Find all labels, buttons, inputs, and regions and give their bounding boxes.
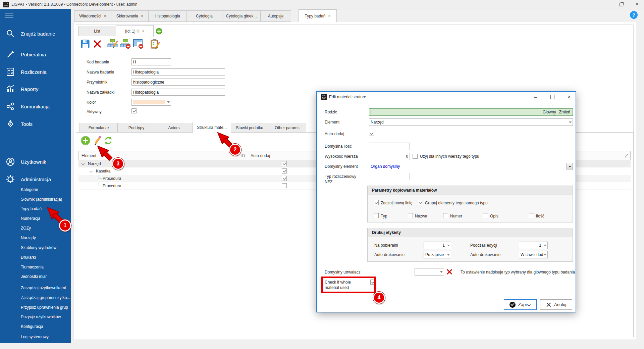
edit-structure-button[interactable] — [107, 39, 118, 49]
sidebar-item-jednostki[interactable]: Jednostki miar — [21, 272, 47, 281]
tab-cytologia-ginek[interactable]: Cytologia ginek... — [222, 10, 261, 22]
typ-rozliczeniowy-input[interactable] — [369, 173, 410, 180]
domyslny-element-dropdown[interactable]: Organ domyślny — [369, 163, 573, 170]
auto-dodaj-checkbox[interactable] — [282, 183, 287, 188]
sidebar-item-typy-badan[interactable]: Typy badań — [21, 204, 42, 213]
sidebar-item-komunikacja[interactable]: Komunikacja — [0, 101, 71, 112]
close-button[interactable]: × — [631, 0, 643, 9]
tab-formularze[interactable]: Formularze — [79, 123, 118, 133]
domyslny-utrwalacz-dropdown[interactable] — [415, 268, 444, 276]
subtab-list[interactable]: List — [78, 26, 116, 36]
sidebar-item-raporty[interactable]: Raporty — [0, 83, 71, 95]
przymiotnik-input[interactable]: histopatologiczne — [131, 79, 225, 86]
sidebar-item-administracja[interactable]: Administracja — [0, 173, 71, 185]
save-button[interactable]: Zapisz — [504, 299, 537, 310]
typ-checkbox[interactable] — [374, 213, 379, 218]
auto-drukowanie-dropdown-2[interactable]: W chwili dodawa — [519, 251, 548, 258]
kod-badania-input[interactable]: H — [131, 58, 171, 65]
column-divider[interactable] — [248, 151, 248, 160]
sidebar-item-kategorie[interactable]: Kategorie — [21, 185, 38, 194]
auto-drukowanie-dropdown-1[interactable]: Po zapisie — [424, 251, 451, 258]
uzyj-dla-innych-checkbox[interactable] — [413, 154, 418, 159]
tab-struktura-materialu[interactable]: Struktura mate... — [193, 122, 231, 133]
sidebar-item-pobieralnia[interactable]: Pobieralnia — [0, 49, 71, 60]
rodzic-field[interactable]: Głowny Zmień — [369, 108, 573, 116]
add-record-button[interactable] — [156, 28, 162, 35]
tab-cytologia[interactable]: Cytologia — [186, 10, 222, 22]
hamburger-menu-icon[interactable] — [5, 12, 13, 18]
sidebar-item-zarzadzaj-uzytkownikami[interactable]: Zarządzaj użytkownikami — [21, 283, 66, 293]
tab-wiadomosci[interactable]: Wiadomości × — [74, 10, 111, 22]
help-button[interactable]: ? — [630, 11, 638, 19]
save-button[interactable] — [80, 39, 90, 49]
maximize-button[interactable] — [615, 0, 627, 9]
tab-autopsje[interactable]: Autopsje — [260, 10, 291, 22]
clear-utrwalacz-button[interactable] — [446, 268, 453, 275]
sort-ascending-icon[interactable] — [241, 154, 245, 159]
column-header-auto-dodaj[interactable]: Auto-dodaj — [251, 153, 270, 158]
sidebar-item-konfiguracja[interactable]: Konfiguracja — [21, 322, 43, 331]
ilosc-checkbox[interactable] — [529, 213, 534, 218]
tab-close-icon[interactable]: × — [104, 14, 106, 18]
auto-dodaj-checkbox[interactable] — [282, 176, 287, 181]
sidebar-item-rozliczenia[interactable]: Rozliczenia — [0, 66, 71, 78]
expander-icon[interactable] — [90, 170, 93, 172]
nazwa-checkbox[interactable] — [408, 213, 413, 218]
auto-dodaj-checkbox[interactable] — [282, 161, 287, 166]
rodzic-zmien-link[interactable]: Zmień — [559, 110, 570, 114]
dropdown-button[interactable] — [567, 163, 573, 170]
tab-typy-badan[interactable]: Typy badań × — [299, 9, 337, 22]
aktywny-checkbox[interactable] — [131, 108, 137, 113]
auto-dodaj-checkbox[interactable] — [369, 131, 374, 136]
subtab-close-icon[interactable]: × — [142, 29, 145, 33]
edit-notes-button[interactable] — [150, 39, 160, 49]
edit-element-button[interactable] — [93, 136, 102, 146]
sidebar-item-tlumaczenia[interactable]: Tłumaczenia — [21, 262, 44, 272]
podczas-edycji-dropdown[interactable]: 1 — [519, 242, 548, 249]
cancel-button[interactable]: Anuluj — [540, 299, 572, 310]
dialog-minimize-button[interactable]: – — [530, 93, 541, 101]
na-pobieralni-dropdown[interactable]: 1 — [424, 242, 451, 249]
tab-stawki-podatku[interactable]: Stawki podatku — [231, 123, 268, 133]
zacznij-nowa-linie-checkbox[interactable] — [374, 200, 379, 205]
tab-histopatologia[interactable]: Histopatologia — [148, 10, 186, 22]
domyslna-ilosc-input[interactable] — [369, 143, 410, 150]
sidebar-item-log-systemowy[interactable]: Log systemowy — [21, 332, 49, 342]
nazwa-zakladki-input[interactable]: Histopatologia — [131, 89, 225, 96]
column-customize-icon[interactable] — [624, 154, 628, 159]
tab-skierowania[interactable]: Skierowania × — [111, 10, 149, 22]
tab-pod-typy[interactable]: Pod-typy — [117, 123, 155, 133]
rodzic-glowny-link[interactable]: Głowny — [543, 110, 556, 114]
element-dropdown[interactable]: Narzęd — [369, 118, 573, 126]
sidebar-item-narzady[interactable]: Narządy — [21, 233, 36, 243]
nazwa-badania-input[interactable]: Histopatologia — [131, 68, 225, 76]
remove-layout-button[interactable] — [133, 39, 144, 49]
sidebar-item-szablony[interactable]: Szablony wydruków — [21, 243, 56, 252]
sidebar-item-uzytkownik[interactable]: Użytkownik — [0, 156, 71, 167]
refresh-button[interactable] — [103, 136, 113, 146]
sidebar-item-zozy[interactable]: ZOZy — [21, 223, 31, 233]
column-header-element[interactable]: Element — [82, 153, 96, 158]
sidebar-item-drukarki[interactable]: Drukarki — [21, 253, 36, 262]
minimize-button[interactable]: – — [600, 0, 611, 9]
grupuj-elementy-checkbox[interactable] — [418, 200, 423, 205]
expander-icon[interactable] — [82, 162, 85, 165]
add-element-button[interactable] — [80, 136, 91, 146]
numer-checkbox[interactable] — [443, 213, 448, 218]
wysokosc-wiersza-input[interactable]: 0 — [369, 153, 410, 160]
auto-dodaj-checkbox[interactable] — [282, 168, 287, 173]
sidebar-item-przypisz-uprawnienia[interactable]: Przypisz uprawnienia grup — [21, 303, 68, 312]
subtab-record[interactable]: (Id: 1) H × — [116, 25, 154, 37]
sidebar-item-pozycje[interactable]: Pozycje użytkowników — [21, 312, 61, 321]
tab-other-params[interactable]: Other params — [268, 123, 306, 133]
sidebar-item-zarzadzaj-grupami[interactable]: Zarządzaj grupami użytko... — [21, 293, 70, 302]
sidebar-item-znajdz-badanie[interactable]: Znajdź badanie — [0, 28, 71, 39]
sidebar-item-slownik[interactable]: Słownik (administracja) — [21, 195, 62, 204]
kolor-dropdown[interactable] — [131, 99, 171, 106]
remove-structure-button[interactable] — [120, 39, 131, 49]
dialog-close-button[interactable]: × — [564, 93, 575, 101]
tab-close-icon[interactable]: × — [328, 14, 331, 18]
sidebar-item-tools[interactable]: Tools — [0, 118, 71, 130]
tab-close-icon[interactable]: × — [141, 14, 143, 18]
tab-actors[interactable]: Actors — [155, 123, 193, 133]
